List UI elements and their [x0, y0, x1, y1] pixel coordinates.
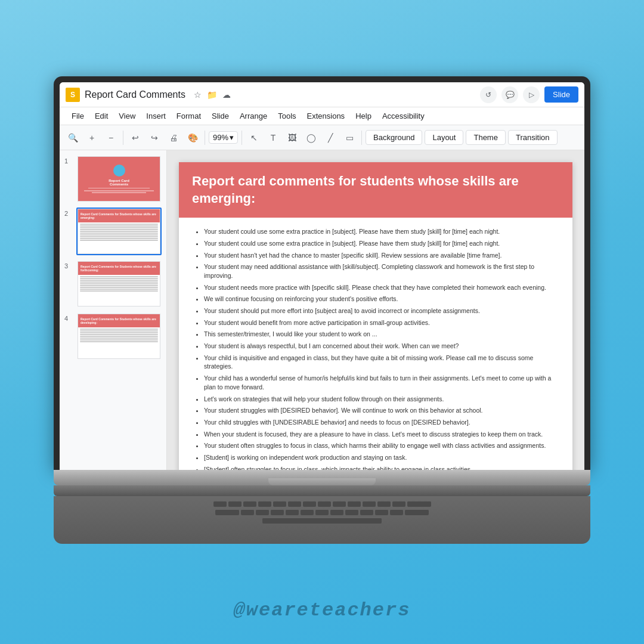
menu-help[interactable]: Help: [351, 109, 376, 123]
line-tool-btn[interactable]: ╱: [322, 129, 339, 146]
print-btn[interactable]: 🖨: [165, 129, 182, 146]
menu-tools[interactable]: Tools: [273, 109, 301, 123]
document-title: Report Card Comments: [85, 89, 185, 100]
laptop-base-hinge: [54, 470, 590, 485]
key: [228, 501, 242, 507]
menu-insert[interactable]: Insert: [141, 109, 171, 123]
slide-thumb-img-3: Report Card Comments for Students whose …: [76, 260, 162, 308]
paint-format-btn[interactable]: 🎨: [184, 129, 201, 146]
theme-btn[interactable]: Theme: [466, 130, 505, 145]
slide-4-content: Report Card Comments for Students whose …: [78, 314, 160, 359]
shape-tool-btn[interactable]: ◯: [303, 129, 320, 146]
google-slides-app: S Report Card Comments ☆ 📁 ☁ ↺ 💬 ▷ Slide: [60, 82, 584, 470]
main-content-area: 1 Report CardComments: [60, 150, 584, 470]
slide-1-cover: Report CardComments: [78, 157, 160, 201]
title-action-icons: ☆ 📁 ☁: [193, 89, 232, 100]
key: [392, 501, 405, 507]
bullet-item: Your child struggles with [UNDESIRABLE b…: [204, 418, 559, 427]
image-tool-btn[interactable]: 🖼: [284, 129, 301, 146]
menu-accessibility[interactable]: Accessibility: [377, 109, 429, 123]
slide-2-content: Report Card Comments for Students whose …: [78, 209, 160, 254]
key: [348, 501, 361, 507]
thumb-line: [80, 281, 158, 283]
slide-1-content: Report CardComments: [78, 156, 160, 202]
history-icon[interactable]: ↺: [480, 86, 497, 103]
slide-canvas: Report card comments for students whose …: [179, 162, 572, 470]
bullet-item: Let's work on strategies that will help …: [204, 395, 559, 404]
slide-thumbnail-2[interactable]: 2 Report Card Comments for Students whos…: [64, 208, 162, 255]
thumb-line: [80, 227, 158, 228]
slide-num-3: 3: [64, 262, 73, 270]
bullet-item: Your student should put more effort into…: [204, 306, 559, 315]
redo-btn[interactable]: ↪: [146, 129, 163, 146]
key: [377, 501, 391, 507]
cloud-icon[interactable]: ☁: [221, 89, 232, 100]
key: [318, 501, 331, 507]
slide-4-header: Report Card Comments for Students whose …: [78, 314, 160, 327]
menu-file[interactable]: File: [67, 109, 89, 123]
comments-icon[interactable]: 💬: [501, 86, 518, 103]
thumb-line: [80, 234, 158, 236]
key: [390, 509, 403, 515]
menu-arrange[interactable]: Arrange: [235, 109, 272, 123]
slide-thumbnail-1[interactable]: 1 Report CardComments: [64, 155, 162, 203]
menu-bar: File Edit View Insert Format Slide Arran…: [60, 107, 584, 125]
background-btn[interactable]: Background: [366, 130, 422, 145]
laptop-screen-bezel: S Report Card Comments ☆ 📁 ☁ ↺ 💬 ▷ Slide: [54, 76, 590, 470]
textbox-tool-btn[interactable]: ▭: [341, 129, 358, 146]
undo-btn[interactable]: ↩: [127, 129, 144, 146]
key: [301, 509, 314, 515]
key: [345, 509, 358, 515]
keyboard-row-2: [66, 509, 578, 515]
zoom-out-btn[interactable]: −: [103, 129, 119, 146]
slide-1-title: Report CardComments: [109, 179, 129, 186]
thumb-line: [80, 240, 158, 241]
present-mode-icon[interactable]: ▷: [523, 86, 540, 103]
zoom-control[interactable]: 99% ▾: [209, 131, 238, 144]
slide-2-header: Report Card Comments for Students whose …: [78, 209, 160, 222]
bullet-item: Your student is always respectful, but I…: [204, 342, 559, 351]
menu-view[interactable]: View: [114, 109, 140, 123]
thumb-line: [80, 278, 158, 279]
search-toolbar-btn[interactable]: 🔍: [64, 129, 81, 146]
slide-3-header: Report Card Comments for Students whose …: [78, 262, 160, 275]
menu-extensions[interactable]: Extensions: [302, 109, 350, 123]
bullet-list: Your student could use some extra practi…: [192, 227, 559, 470]
cursor-tool-btn[interactable]: ↖: [246, 129, 262, 146]
bullet-item: [Student] is working on independent work…: [204, 453, 559, 462]
folder-icon[interactable]: 📁: [207, 89, 218, 100]
key: [256, 509, 269, 515]
slide-2-body: [78, 222, 160, 253]
bullet-item: Your child has a wonderful sense of humo…: [204, 374, 559, 391]
transition-btn[interactable]: Transition: [508, 130, 558, 145]
thumb-line: [80, 231, 158, 232]
bullet-item: Your student needs more practice with [s…: [204, 283, 559, 292]
slide-thumbnail-3[interactable]: 3 Report Card Comments for Students whos…: [64, 260, 162, 308]
menu-slide[interactable]: Slide: [207, 109, 234, 123]
slideshow-button[interactable]: Slide: [544, 86, 578, 103]
slide-thumbnail-4[interactable]: 4 Report Card Comments for Students whos…: [64, 312, 162, 360]
slide-4-header-text: Report Card Comments for Students whose …: [80, 317, 157, 324]
star-icon[interactable]: ☆: [193, 89, 203, 100]
slide-3-body: [78, 275, 160, 306]
thumb-line: [80, 290, 158, 292]
zoom-in-btn[interactable]: +: [83, 129, 100, 146]
bullet-item: Your student could use some extra practi…: [204, 227, 559, 236]
key: [273, 501, 286, 507]
bullet-item: Your student may need additional assista…: [204, 262, 559, 280]
menu-edit[interactable]: Edit: [90, 109, 113, 123]
key: [213, 501, 227, 507]
key: [330, 509, 343, 515]
thumb-line: [80, 280, 158, 281]
slide-thumb-img-2: Report Card Comments for Students whose …: [76, 208, 162, 255]
menu-format[interactable]: Format: [172, 109, 206, 123]
layout-btn[interactable]: Layout: [425, 130, 463, 145]
thumb-line: [80, 287, 158, 288]
bullet-item: When your student is focused, they are a…: [204, 430, 559, 439]
text-tool-btn[interactable]: T: [265, 129, 281, 146]
key: [375, 509, 388, 515]
thumb-line: [80, 341, 158, 342]
thumb-line: [80, 330, 158, 332]
slide-panel: 1 Report CardComments: [60, 150, 167, 470]
zoom-dropdown-icon: ▾: [230, 133, 234, 142]
